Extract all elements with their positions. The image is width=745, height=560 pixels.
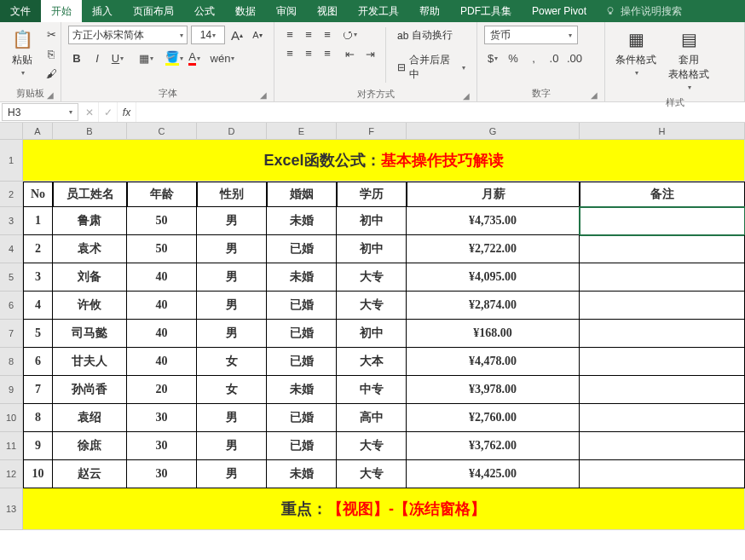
dialog-launcher-icon[interactable]: ◢ xyxy=(47,90,54,100)
cell-r5-c0[interactable]: 3 xyxy=(23,263,53,292)
row-header-1[interactable]: 1 xyxy=(0,140,23,182)
cell-r4-c4[interactable]: 已婚 xyxy=(267,235,337,263)
header-7[interactable]: 备注 xyxy=(580,182,745,207)
row-header-10[interactable]: 10 xyxy=(0,404,23,432)
row-header-5[interactable]: 5 xyxy=(0,263,23,292)
cell-r7-c7[interactable] xyxy=(580,320,745,348)
font-size-select[interactable]: 14▾ xyxy=(191,26,225,44)
cell-r4-c0[interactable]: 2 xyxy=(23,235,53,263)
menu-devtools[interactable]: 开发工具 xyxy=(348,0,409,22)
menu-view[interactable]: 视图 xyxy=(307,0,348,22)
name-box[interactable]: H3▾ xyxy=(2,103,78,121)
cell-r12-c5[interactable]: 大专 xyxy=(337,460,407,488)
row-header-12[interactable]: 12 xyxy=(0,460,23,488)
cell-r9-c2[interactable]: 20 xyxy=(127,376,197,404)
cell-r8-c0[interactable]: 6 xyxy=(23,348,53,376)
cell-r5-c5[interactable]: 大专 xyxy=(337,263,407,292)
menu-file[interactable]: 文件 xyxy=(0,0,41,22)
merge-center-button[interactable]: ⊟合并后居中▾ xyxy=(393,50,470,84)
cell-r12-c7[interactable] xyxy=(580,460,745,488)
grow-font-button[interactable]: A▴ xyxy=(228,26,245,43)
title-cell[interactable]: Excel函数公式：基本操作技巧解读 xyxy=(23,140,745,182)
menu-home[interactable]: 开始 xyxy=(41,0,82,22)
orientation-button[interactable]: ⭯▾ xyxy=(341,26,358,43)
align-top-button[interactable]: ≡ xyxy=(281,26,298,43)
menu-help[interactable]: 帮助 xyxy=(409,0,450,22)
cell-r6-c6[interactable]: ¥2,874.00 xyxy=(407,292,580,320)
cell-r12-c6[interactable]: ¥4,425.00 xyxy=(407,460,580,488)
select-all-corner[interactable] xyxy=(0,123,23,140)
cell-r9-c7[interactable] xyxy=(580,376,745,404)
cell-r12-c0[interactable]: 10 xyxy=(23,460,53,488)
number-format-select[interactable]: 货币▾ xyxy=(484,26,578,44)
col-header-A[interactable]: A xyxy=(23,123,53,140)
cell-r10-c6[interactable]: ¥2,760.00 xyxy=(407,404,580,432)
cell-r11-c3[interactable]: 男 xyxy=(197,432,267,460)
format-painter-button[interactable]: 🖌 xyxy=(43,65,60,82)
cell-r10-c2[interactable]: 30 xyxy=(127,404,197,432)
align-center-button[interactable]: ≡ xyxy=(300,44,317,61)
cancel-button[interactable]: ✕ xyxy=(80,102,99,122)
header-4[interactable]: 婚姻 xyxy=(267,182,337,207)
header-6[interactable]: 月薪 xyxy=(407,182,580,207)
border-button[interactable]: ▦▾ xyxy=(137,49,154,66)
phonetic-button[interactable]: wén▾ xyxy=(214,49,231,66)
cell-r4-c5[interactable]: 初中 xyxy=(337,235,407,263)
cell-r9-c5[interactable]: 中专 xyxy=(337,376,407,404)
cell-r8-c7[interactable] xyxy=(580,348,745,376)
shrink-font-button[interactable]: A▾ xyxy=(249,26,266,43)
cell-r7-c3[interactable]: 男 xyxy=(197,320,267,348)
cell-r5-c2[interactable]: 40 xyxy=(127,263,197,292)
cell-r6-c0[interactable]: 4 xyxy=(23,292,53,320)
cell-r11-c6[interactable]: ¥3,762.00 xyxy=(407,432,580,460)
menu-data[interactable]: 数据 xyxy=(225,0,266,22)
font-name-select[interactable]: 方正小标宋简体▾ xyxy=(68,26,188,44)
cell-r12-c4[interactable]: 未婚 xyxy=(267,460,337,488)
cell-r9-c0[interactable]: 7 xyxy=(23,376,53,404)
col-header-E[interactable]: E xyxy=(267,123,337,140)
cell-r11-c7[interactable] xyxy=(580,432,745,460)
cell-r3-c7[interactable] xyxy=(580,207,745,235)
cell-r6-c2[interactable]: 40 xyxy=(127,292,197,320)
comma-button[interactable]: , xyxy=(525,49,542,66)
cell-r10-c0[interactable]: 8 xyxy=(23,404,53,432)
indent-decrease-button[interactable]: ⇤ xyxy=(341,45,358,62)
menu-insert[interactable]: 插入 xyxy=(82,0,123,22)
cell-r8-c6[interactable]: ¥4,478.00 xyxy=(407,348,580,376)
cell-r8-c4[interactable]: 已婚 xyxy=(267,348,337,376)
menu-review[interactable]: 审阅 xyxy=(266,0,307,22)
decrease-decimal-button[interactable]: .00 xyxy=(566,49,583,66)
cell-r5-c6[interactable]: ¥4,095.00 xyxy=(407,263,580,292)
cell-r8-c2[interactable]: 40 xyxy=(127,348,197,376)
cell-r5-c3[interactable]: 男 xyxy=(197,263,267,292)
row-header-3[interactable]: 3 xyxy=(0,207,23,235)
row-header-6[interactable]: 6 xyxy=(0,292,23,320)
cell-r9-c3[interactable]: 女 xyxy=(197,376,267,404)
cell-r9-c4[interactable]: 未婚 xyxy=(267,376,337,404)
cell-r10-c3[interactable]: 男 xyxy=(197,404,267,432)
bold-button[interactable]: B xyxy=(68,49,85,66)
dialog-launcher-icon[interactable]: ◢ xyxy=(591,90,598,100)
underline-button[interactable]: U▾ xyxy=(109,49,126,66)
row-header-8[interactable]: 8 xyxy=(0,348,23,376)
cell-r9-c1[interactable]: 孙尚香 xyxy=(53,376,127,404)
cell-r11-c2[interactable]: 30 xyxy=(127,432,197,460)
fill-color-button[interactable]: 🪣▾ xyxy=(165,49,182,66)
menu-pdf[interactable]: PDF工具集 xyxy=(450,0,522,22)
header-3[interactable]: 性别 xyxy=(197,182,267,207)
row-header-2[interactable]: 2 xyxy=(0,182,23,207)
cell-r5-c7[interactable] xyxy=(580,263,745,292)
col-header-H[interactable]: H xyxy=(580,123,745,140)
cell-r8-c3[interactable]: 女 xyxy=(197,348,267,376)
cell-r3-c2[interactable]: 50 xyxy=(127,207,197,235)
cell-r5-c1[interactable]: 刘备 xyxy=(53,263,127,292)
percent-button[interactable]: % xyxy=(505,49,522,66)
menu-formulas[interactable]: 公式 xyxy=(184,0,225,22)
cell-r4-c7[interactable] xyxy=(580,235,745,263)
cell-r8-c1[interactable]: 甘夫人 xyxy=(53,348,127,376)
cell-r5-c4[interactable]: 未婚 xyxy=(267,263,337,292)
cell-r10-c1[interactable]: 袁绍 xyxy=(53,404,127,432)
enter-button[interactable]: ✓ xyxy=(99,102,118,122)
cell-r3-c1[interactable]: 鲁肃 xyxy=(53,207,127,235)
dialog-launcher-icon[interactable]: ◢ xyxy=(463,91,470,101)
